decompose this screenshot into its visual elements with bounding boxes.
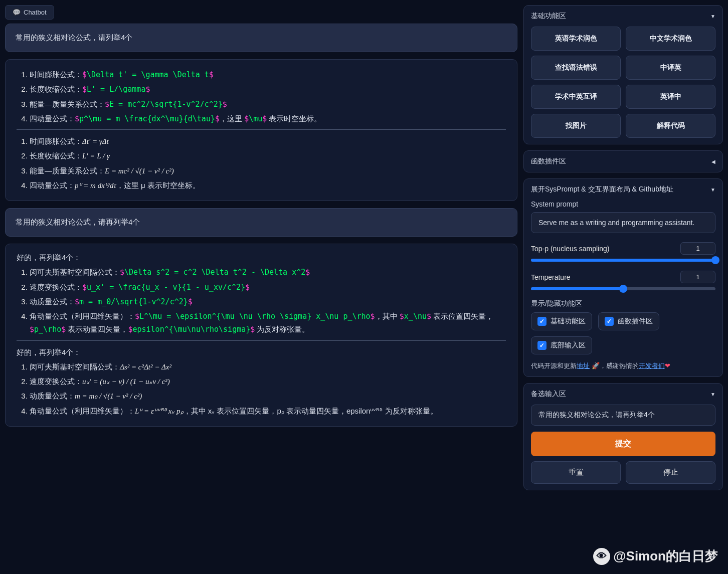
list-item: 速度变换公式：uₓ' = (uₓ − v) / (1 − uₓv / c²) — [30, 375, 506, 388]
user-message-2: 常用的狭义相对论公式，请再列举4个 — [5, 208, 517, 237]
separator — [17, 129, 506, 130]
topp-slider[interactable] — [531, 259, 715, 262]
list-item: 长度收缩公式：$L' = L/\gamma$ — [30, 83, 506, 96]
rendered-math-list: 时间膨胀公式：Δt' = γΔt 长度收缩公式：L' = L / γ 能量—质量… — [17, 135, 506, 192]
checkbox-input-area[interactable]: ✓ 底部输入区 — [531, 336, 592, 354]
list-item: 动质量公式：$m = m_0/\sqrt{1-v^2/c^2}$ — [30, 295, 506, 308]
heart-icon: ❤ — [665, 362, 670, 369]
panel-alt-input: 备选输入区 ▼ 提交 重置 停止 — [523, 383, 723, 490]
fn-btn-chinese-polish[interactable]: 中文学术润色 — [626, 27, 715, 51]
stop-button[interactable]: 停止 — [626, 461, 715, 484]
temperature-label: Temperature — [531, 273, 571, 281]
chevron-down-icon: ▼ — [710, 187, 715, 193]
check-icon: ✓ — [537, 341, 547, 350]
fn-btn-zh-to-en[interactable]: 中译英 — [626, 56, 715, 80]
developers-link[interactable]: 开发者们 — [639, 362, 665, 369]
chat-icon: 💬 — [13, 9, 21, 16]
list-item: 角动量公式（利用四维矢量）：$L^\mu = \epsilon^{\mu \nu… — [30, 310, 506, 336]
submit-button[interactable]: 提交 — [531, 432, 715, 456]
panel-header-alt-input[interactable]: 备选输入区 ▼ — [531, 390, 715, 399]
rendered-math-list: 闵可夫斯基时空间隔公式：Δs² = c²Δt² − Δx² 速度变换公式：uₓ'… — [17, 360, 506, 418]
list-item: 时间膨胀公式：$\Delta t' = \gamma \Delta t$ — [30, 68, 506, 81]
sysprompt-label: System prompt — [531, 200, 715, 208]
toggle-section-label: 显示/隐藏功能区 — [531, 299, 715, 308]
github-link[interactable]: 地址 — [577, 362, 590, 369]
list-item: 能量—质量关系公式：$E = mc^2/\sqrt{1-v^2/c^2}$ — [30, 98, 506, 111]
bot-message-1: 时间膨胀公式：$\Delta t' = \gamma \Delta t$ 长度收… — [5, 59, 517, 201]
chevron-left-icon: ◀ — [711, 159, 715, 164]
temperature-slider[interactable] — [531, 287, 715, 290]
fn-btn-grammar-check[interactable]: 查找语法错误 — [531, 56, 621, 80]
temperature-value[interactable]: 1 — [680, 271, 715, 283]
bot-message-2: 好的，再列举4个： 闵可夫斯基时空间隔公式：$\Delta s^2 = c^2 … — [5, 244, 517, 427]
list-item: 闵可夫斯基时空间隔公式：Δs² = c²Δt² − Δx² — [30, 360, 506, 373]
panel-basic-functions: 基础功能区 ▼ 英语学术润色 中文学术润色 查找语法错误 中译英 学术中英互译 … — [523, 5, 723, 144]
panel-title: 函数插件区 — [531, 157, 566, 166]
panel-sysprompt: 展开SysPrompt & 交互界面布局 & Github地址 ▼ System… — [523, 178, 723, 377]
raw-latex-list: 闵可夫斯基时空间隔公式：$\Delta s^2 = c^2 \Delta t^2… — [17, 266, 506, 336]
panel-title: 备选输入区 — [531, 390, 566, 399]
tab-bar: 💬 Chatbot — [5, 5, 517, 20]
tab-chatbot[interactable]: 💬 Chatbot — [5, 5, 54, 20]
raw-latex-list: 时间膨胀公式：$\Delta t' = \gamma \Delta t$ 长度收… — [17, 68, 506, 125]
user-message-1: 常用的狭义相对论公式，请列举4个 — [5, 24, 517, 52]
topp-label: Top-p (nucleus sampling) — [531, 245, 609, 253]
rocket-icon: 🚀 — [592, 362, 600, 369]
fn-btn-explain-code[interactable]: 解释代码 — [626, 114, 715, 138]
slider-fill — [531, 287, 623, 290]
sysprompt-input[interactable] — [531, 212, 715, 233]
panel-header-plugins[interactable]: 函数插件区 ◀ — [531, 157, 715, 166]
list-item: 时间膨胀公式：Δt' = γΔt — [30, 135, 506, 148]
list-item: 角动量公式（利用四维矢量）：Lᵘ = εᵘᵛᴿᵟ xᵥ pᵨ，其中 xᵥ 表示位… — [30, 405, 506, 418]
intro-text-2: 好的，再列举4个： — [17, 346, 506, 359]
credit-line: 代码开源和更新地址 🚀，感谢热情的开发者们❤ — [531, 361, 715, 370]
function-button-grid: 英语学术润色 中文学术润色 查找语法错误 中译英 学术中英互译 英译中 找图片 … — [531, 27, 715, 138]
fn-btn-en-to-zh[interactable]: 英译中 — [626, 85, 715, 109]
panel-header-basic[interactable]: 基础功能区 ▼ — [531, 12, 715, 21]
chevron-down-icon: ▼ — [710, 14, 715, 19]
panel-plugins: 函数插件区 ◀ — [523, 150, 723, 172]
panel-title: 展开SysPrompt & 交互界面布局 & Github地址 — [531, 185, 673, 194]
separator — [17, 340, 506, 341]
fn-btn-find-image[interactable]: 找图片 — [531, 114, 621, 138]
fn-btn-academic-translate[interactable]: 学术中英互译 — [531, 85, 621, 109]
topp-value[interactable]: 1 — [680, 242, 715, 255]
chevron-down-icon: ▼ — [710, 392, 715, 397]
fn-btn-english-polish[interactable]: 英语学术润色 — [531, 27, 621, 51]
panel-title: 基础功能区 — [531, 12, 566, 21]
checkbox-plugin-area[interactable]: ✓ 函数插件区 — [598, 312, 659, 330]
list-item: 能量—质量关系公式：E = mc² / √(1 − v² / c²) — [30, 164, 506, 177]
reset-button[interactable]: 重置 — [531, 461, 621, 484]
list-item: 闵可夫斯基时空间隔公式：$\Delta s^2 = c^2 \Delta t^2… — [30, 266, 506, 279]
alt-input-field[interactable] — [531, 405, 715, 426]
checkbox-basic-area[interactable]: ✓ 基础功能区 — [531, 312, 592, 330]
slider-thumb[interactable] — [619, 285, 627, 293]
list-item: 速度变换公式：$u_x' = \frac{u_x - v}{1 - u_xv/c… — [30, 281, 506, 294]
panel-header-sysprompt[interactable]: 展开SysPrompt & 交互界面布局 & Github地址 ▼ — [531, 185, 715, 194]
slider-fill — [531, 259, 715, 262]
list-item: 四动量公式：pᵘ = m dxᵘ/dτ，这里 μ 表示时空坐标。 — [30, 179, 506, 192]
slider-thumb[interactable] — [711, 256, 719, 264]
list-item: 动质量公式：m = m₀ / √(1 − v² / c²) — [30, 390, 506, 403]
check-icon: ✓ — [605, 317, 614, 326]
tab-label: Chatbot — [24, 9, 47, 16]
intro-text: 好的，再列举4个： — [17, 251, 506, 264]
check-icon: ✓ — [537, 317, 547, 326]
list-item: 四动量公式：$p^\mu = m \frac{dx^\mu}{d\tau}$，这… — [30, 112, 506, 125]
chat-area: 常用的狭义相对论公式，请列举4个 时间膨胀公式：$\Delta t' = \ga… — [5, 24, 517, 569]
list-item: 长度收缩公式：L' = L / γ — [30, 149, 506, 162]
